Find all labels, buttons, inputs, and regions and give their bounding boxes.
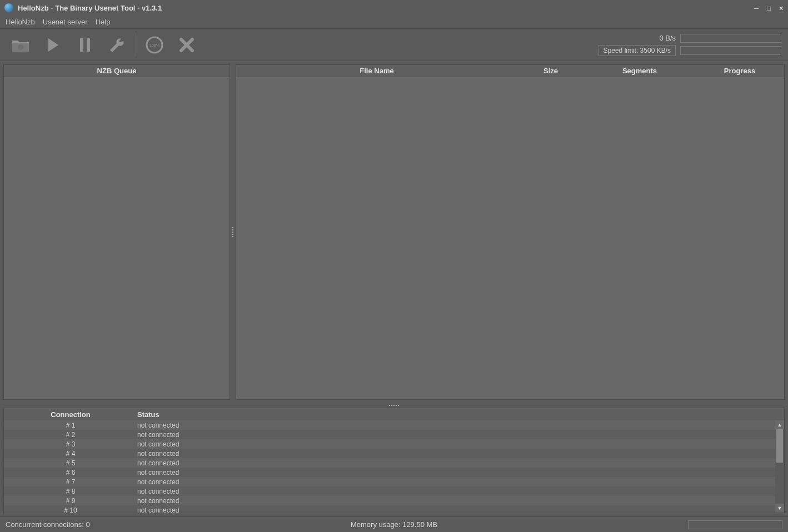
title-sep2: - [137, 4, 142, 12]
connection-row[interactable]: # 10not connected [4, 505, 784, 513]
speed-progress-bar [680, 34, 781, 43]
cancel-button[interactable] [173, 33, 201, 57]
connection-status: not connected [137, 469, 179, 476]
svg-rect-1 [80, 38, 83, 52]
connection-status: not connected [137, 450, 179, 458]
title-tagline: The Binary Usenet Tool [55, 4, 135, 12]
connection-id: # 5 [4, 459, 137, 467]
toolbar: 100% 0 B/s Speed limit: 3500 KB/s [0, 29, 788, 61]
close-button[interactable]: ✕ [779, 4, 784, 12]
horizontal-splitter[interactable] [3, 403, 785, 408]
connection-status: not connected [137, 478, 179, 486]
titlebar: HelloNzb - The Binary Usenet Tool - v1.3… [0, 0, 788, 16]
connection-status: not connected [137, 440, 179, 448]
window-title: HelloNzb - The Binary Usenet Tool - v1.3… [18, 4, 162, 12]
col-segments[interactable]: Segments [584, 67, 695, 75]
app-icon [4, 3, 13, 12]
col-size[interactable]: Size [517, 67, 584, 75]
col-progress[interactable]: Progress [695, 67, 784, 75]
connection-id: # 7 [4, 478, 137, 486]
statusbar: Concurrent connections: 0 Memory usage: … [0, 516, 788, 532]
connection-id: # 2 [4, 431, 137, 439]
connection-row[interactable]: # 8not connected [4, 486, 784, 496]
speed-limit-button[interactable]: Speed limit: 3500 KB/s [599, 45, 676, 56]
status-memory: Memory usage: 129.50 MB [351, 520, 437, 529]
connection-id: # 9 [4, 497, 137, 505]
connection-row[interactable]: # 2not connected [4, 430, 784, 439]
pause-button[interactable] [71, 33, 99, 57]
svg-point-0 [18, 44, 23, 50]
file-header: File Name Size Segments Progress [236, 65, 784, 77]
status-concurrent: Concurrent connections: 0 [6, 520, 90, 529]
connection-row[interactable]: # 1not connected [4, 420, 784, 430]
speed-gauge-button[interactable]: 100% [141, 33, 168, 57]
svg-text:100%: 100% [149, 43, 159, 47]
connection-row[interactable]: # 4not connected [4, 449, 784, 458]
connections-scrollbar[interactable]: ▲ ▼ [775, 420, 784, 513]
title-version: v1.3.1 [142, 4, 162, 12]
connection-row[interactable]: # 9not connected [4, 496, 784, 505]
scroll-up-button[interactable]: ▲ [775, 420, 784, 429]
svg-rect-2 [87, 38, 90, 52]
queue-header: NZB Queue [4, 65, 230, 77]
toolbar-separator [136, 33, 136, 57]
open-folder-button[interactable] [7, 33, 34, 57]
settings-button[interactable] [103, 33, 131, 57]
connection-id: # 8 [4, 488, 137, 495]
scroll-thumb[interactable] [776, 429, 783, 463]
vertical-splitter[interactable] [231, 64, 235, 400]
connection-row[interactable]: # 7not connected [4, 477, 784, 486]
menu-usenet-server[interactable]: Usenet server [43, 18, 88, 26]
queue-header-label: NZB Queue [97, 67, 137, 75]
connections-body: # 1not connected# 2not connected# 3not c… [4, 420, 784, 513]
connections-panel: Connection Status # 1not connected# 2not… [3, 408, 785, 513]
file-body[interactable] [236, 77, 784, 399]
main-content: NZB Queue File Name Size Segments Progre… [0, 61, 788, 403]
connection-id: # 3 [4, 440, 137, 448]
pause-icon [78, 37, 92, 53]
menu-hellonzb[interactable]: HelloNzb [6, 18, 35, 26]
speed-text: 0 B/s [659, 34, 676, 42]
overall-progress-bar [680, 46, 781, 55]
play-icon [45, 37, 61, 53]
menubar: HelloNzb Usenet server Help [0, 16, 788, 29]
maximize-button[interactable]: ☐ [766, 4, 771, 12]
gauge-icon: 100% [145, 36, 164, 54]
menu-help[interactable]: Help [96, 18, 111, 26]
connection-status: not connected [137, 497, 179, 505]
connection-id: # 10 [4, 506, 137, 513]
connections-header: Connection Status [4, 408, 784, 420]
minimize-button[interactable]: — [754, 4, 759, 12]
wrench-icon [108, 36, 126, 54]
connection-row[interactable]: # 3not connected [4, 439, 784, 449]
connection-row[interactable]: # 5not connected [4, 458, 784, 468]
col-file-name[interactable]: File Name [236, 67, 517, 75]
status-progress-bar [688, 520, 782, 529]
connection-id: # 1 [4, 421, 137, 429]
title-sep: - [51, 4, 55, 12]
x-icon [178, 37, 195, 53]
connection-id: # 6 [4, 469, 137, 476]
col-connection[interactable]: Connection [4, 410, 137, 419]
connection-id: # 4 [4, 450, 137, 458]
connection-status: not connected [137, 459, 179, 467]
scroll-track[interactable] [775, 429, 784, 504]
connection-row[interactable]: # 6not connected [4, 468, 784, 477]
col-status[interactable]: Status [137, 410, 204, 419]
nzb-queue-panel: NZB Queue [3, 64, 230, 400]
file-panel: File Name Size Segments Progress [236, 64, 785, 400]
folder-icon [11, 37, 30, 53]
play-button[interactable] [39, 33, 67, 57]
connection-status: not connected [137, 421, 179, 429]
connection-status: not connected [137, 506, 179, 513]
scroll-down-button[interactable]: ▼ [775, 504, 784, 513]
connection-status: not connected [137, 431, 179, 439]
connection-status: not connected [137, 488, 179, 495]
title-app: HelloNzb [18, 4, 49, 12]
queue-body[interactable] [4, 77, 230, 399]
